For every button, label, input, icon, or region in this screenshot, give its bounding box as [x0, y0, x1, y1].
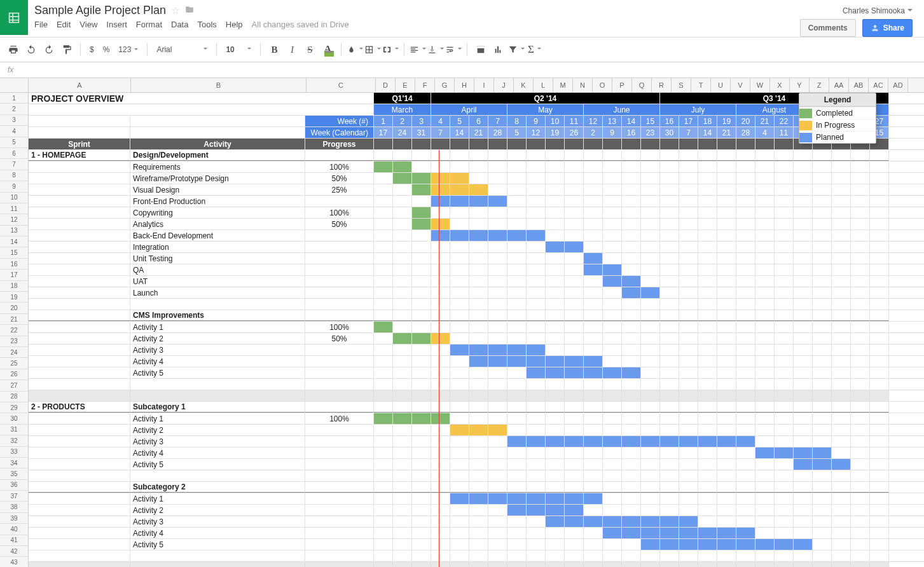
- week-cal-cell[interactable]: 7: [679, 127, 698, 138]
- gantt-cell[interactable]: [546, 436, 565, 447]
- week-num-cell[interactable]: 13: [603, 116, 622, 126]
- gantt-cell[interactable]: [813, 550, 832, 561]
- week-num-cell[interactable]: 11: [565, 116, 584, 126]
- gantt-cell[interactable]: [679, 161, 698, 172]
- gantt-cell[interactable]: [794, 150, 813, 161]
- gantt-cell[interactable]: [832, 562, 851, 567]
- gantt-cell[interactable]: [679, 390, 698, 401]
- gantt-cell[interactable]: [603, 436, 622, 447]
- activity-cell[interactable]: [130, 390, 305, 401]
- row-header-5[interactable]: 5: [0, 137, 28, 148]
- gantt-cell[interactable]: [775, 264, 794, 275]
- gantt-cell[interactable]: [717, 550, 736, 561]
- gantt-cell[interactable]: [469, 516, 488, 527]
- gantt-cell[interactable]: [660, 287, 679, 298]
- gantt-cell[interactable]: [374, 150, 393, 161]
- gantt-cell[interactable]: [641, 161, 660, 172]
- gantt-cell[interactable]: [736, 493, 755, 504]
- gantt-cell[interactable]: [870, 550, 889, 561]
- gantt-cell[interactable]: [717, 161, 736, 172]
- gantt-cell[interactable]: [374, 528, 393, 538]
- gantt-cell[interactable]: [794, 528, 813, 538]
- gantt-cell[interactable]: [794, 287, 813, 298]
- gantt-cell[interactable]: [813, 379, 832, 390]
- gantt-cell[interactable]: [660, 322, 679, 332]
- gantt-cell[interactable]: [527, 562, 546, 567]
- gantt-cell[interactable]: [698, 161, 717, 172]
- gantt-cell[interactable]: [450, 242, 469, 252]
- gantt-cell[interactable]: [393, 184, 412, 195]
- gantt-cell[interactable]: [374, 505, 393, 516]
- gantt-cell[interactable]: [546, 230, 565, 241]
- gantt-cell[interactable]: [527, 447, 546, 458]
- gantt-cell[interactable]: [755, 539, 775, 550]
- gantt-cell[interactable]: [546, 287, 565, 298]
- gantt-cell[interactable]: [622, 493, 641, 504]
- progress-cell[interactable]: 50%: [305, 219, 374, 229]
- gantt-cell[interactable]: [832, 184, 851, 195]
- gantt-cell[interactable]: [698, 253, 717, 264]
- gantt-cell[interactable]: [813, 207, 832, 218]
- month-header[interactable]: March: [374, 104, 431, 115]
- week-num-cell[interactable]: 2: [393, 116, 412, 126]
- gantt-cell[interactable]: [775, 253, 794, 264]
- gantt-cell[interactable]: [565, 516, 584, 527]
- gantt-cell[interactable]: [412, 413, 431, 424]
- gantt-cell[interactable]: [431, 345, 450, 355]
- gantt-cell[interactable]: [507, 196, 527, 207]
- gantt-cell[interactable]: [431, 505, 450, 516]
- gantt-cell[interactable]: [641, 425, 660, 435]
- gantt-cell[interactable]: [450, 207, 469, 218]
- gantt-cell[interactable]: [507, 482, 527, 493]
- gantt-cell[interactable]: [469, 276, 488, 287]
- activity-cell[interactable]: Activity 3: [130, 345, 305, 355]
- gantt-cell[interactable]: [393, 322, 412, 332]
- gantt-cell[interactable]: [775, 161, 794, 172]
- gantt-cell[interactable]: [775, 425, 794, 435]
- gantt-cell[interactable]: [794, 161, 813, 172]
- gantt-cell[interactable]: [832, 333, 851, 344]
- gantt-cell[interactable]: [431, 516, 450, 527]
- progress-cell[interactable]: [305, 482, 374, 493]
- paint-format-icon[interactable]: [59, 41, 75, 58]
- gantt-cell[interactable]: [679, 482, 698, 493]
- gantt-cell[interactable]: [393, 413, 412, 424]
- gantt-cell[interactable]: [794, 516, 813, 527]
- gantt-cell[interactable]: [755, 345, 775, 355]
- activity-cell[interactable]: Design/Development: [130, 150, 305, 161]
- gantt-cell[interactable]: [488, 436, 507, 447]
- merge-cells-icon[interactable]: [382, 41, 399, 58]
- gantt-cell[interactable]: [488, 299, 507, 310]
- gantt-cell[interactable]: [469, 505, 488, 516]
- gantt-cell[interactable]: [393, 550, 412, 561]
- gantt-cell[interactable]: [507, 322, 527, 332]
- activity-cell[interactable]: Activity 4: [130, 356, 305, 367]
- gantt-cell[interactable]: [660, 516, 679, 527]
- week-cal-cell[interactable]: 11: [775, 127, 794, 138]
- gantt-cell[interactable]: [794, 482, 813, 493]
- gantt-cell[interactable]: [641, 505, 660, 516]
- gantt-cell[interactable]: [622, 505, 641, 516]
- gantt-cell[interactable]: [794, 322, 813, 332]
- gantt-cell[interactable]: [736, 367, 755, 378]
- filter-icon[interactable]: [508, 41, 525, 58]
- sprint-cell[interactable]: [29, 230, 130, 241]
- gantt-cell[interactable]: [603, 493, 622, 504]
- col-header-P[interactable]: P: [612, 78, 632, 92]
- gantt-cell[interactable]: [660, 310, 679, 321]
- gantt-cell[interactable]: [775, 310, 794, 321]
- gantt-cell[interactable]: [507, 310, 527, 321]
- gantt-cell[interactable]: [603, 276, 622, 287]
- gantt-cell[interactable]: [641, 390, 660, 401]
- menu-format[interactable]: Format: [136, 20, 162, 29]
- week-cal-cell[interactable]: 5: [507, 127, 527, 138]
- gantt-cell[interactable]: [775, 562, 794, 567]
- gantt-cell[interactable]: [431, 459, 450, 470]
- gantt-cell[interactable]: [622, 516, 641, 527]
- gantt-cell[interactable]: [431, 402, 450, 413]
- gantt-cell[interactable]: [660, 482, 679, 493]
- gantt-cell[interactable]: [755, 390, 775, 401]
- gantt-cell[interactable]: [622, 402, 641, 413]
- gantt-cell[interactable]: [412, 310, 431, 321]
- gantt-cell[interactable]: [469, 242, 488, 252]
